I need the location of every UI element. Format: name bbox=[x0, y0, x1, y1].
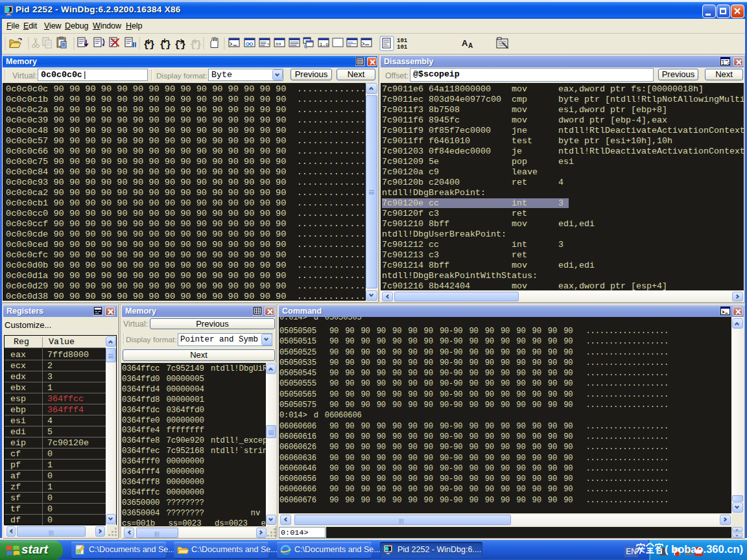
svg-text:A: A bbox=[462, 38, 468, 48]
svg-text:1.o: 1.o bbox=[320, 41, 329, 47]
svg-text:( bobao.360.cn): ( bobao.360.cn) bbox=[665, 543, 743, 555]
svg-text:ox: ox bbox=[276, 41, 282, 47]
svg-text:A: A bbox=[468, 42, 473, 49]
svg-text:{}: {} bbox=[143, 40, 155, 51]
svg-text:101: 101 bbox=[397, 38, 408, 44]
svg-text:101: 101 bbox=[397, 44, 408, 51]
svg-text:1.o: 1.o bbox=[722, 61, 730, 66]
